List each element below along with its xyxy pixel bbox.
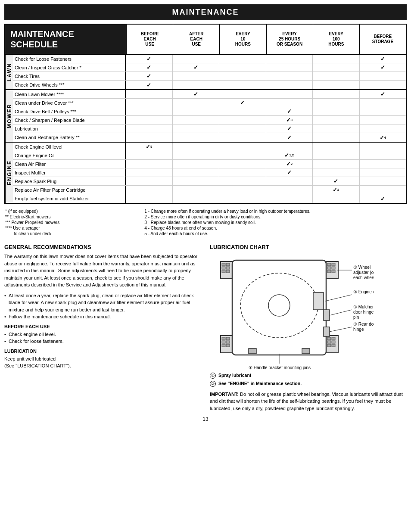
svg-rect-22	[327, 337, 331, 340]
section-mower: MOWER Clean Lawn Mower **** ✓ ✓	[5, 90, 406, 143]
table-row: Change Engine Oil ✓1,2	[13, 151, 406, 160]
page-number: 13	[4, 416, 407, 422]
table-row: Check Drive Wheels *** ✓	[13, 81, 406, 89]
svg-rect-33	[313, 292, 324, 310]
svg-rect-4	[226, 263, 230, 266]
maintenance-schedule-table: MAINTENANCE SCHEDULE BEFOREEACHUSE AFTER…	[4, 24, 407, 204]
table-row: Check / Sharpen / Replace Blade ✓3	[13, 116, 406, 124]
section-label-engine: ENGINE	[5, 143, 13, 203]
table-row: Clean under Drive Cover *** ✓	[13, 99, 406, 107]
cell-every-10	[219, 55, 266, 63]
list-item: Check engine oil level.	[4, 331, 201, 338]
table-row: Check Drive Belt / Pulleys *** ✓	[13, 107, 406, 116]
svg-rect-12	[332, 267, 335, 269]
svg-rect-1	[222, 263, 225, 266]
section-label-lawn: LAWN	[5, 55, 13, 89]
schedule-title: MAINTENANCE SCHEDULE	[5, 25, 126, 54]
svg-rect-31	[249, 348, 256, 354]
list-item: At least once a year, replace the spark …	[4, 292, 201, 314]
table-row: Inspect Muffler ✓	[13, 168, 406, 177]
svg-rect-26	[332, 341, 335, 343]
svg-line-42	[330, 310, 352, 315]
svg-rect-9	[327, 267, 331, 269]
gen-rec-heading: GENERAL RECOMMENDATIONS	[4, 244, 201, 250]
svg-rect-11	[332, 263, 335, 266]
svg-line-46	[330, 327, 352, 332]
section-lawn: LAWN Check for Loose Fasteners ✓ ✓	[5, 55, 406, 90]
svg-text:pin: pin	[353, 315, 359, 320]
lubrication-heading: LUBRICATION	[4, 348, 201, 354]
task-label: Check Drive Wheels ***	[13, 81, 126, 89]
table-row: Clean and Recharge Battery ** ✓ ✓4	[13, 133, 406, 142]
task-label: Clean / Inspect Grass Catcher *	[13, 63, 126, 72]
col-before-storage: BEFORESTORAGE	[360, 25, 406, 54]
lubrication-chart: LUBRICATION CHART	[210, 244, 407, 412]
svg-rect-5	[226, 267, 230, 269]
svg-point-30	[268, 295, 290, 316]
gen-rec-body: The warranty on this lawn mower does not…	[4, 253, 201, 289]
col-every-25-hours: EVERY25 HOURSOR SEASON	[267, 25, 313, 54]
cell-before-storage: ✓	[360, 55, 406, 63]
section-label-mower: MOWER	[5, 90, 13, 142]
list-item: Follow the maintenance schedule in this …	[4, 313, 201, 320]
svg-rect-15	[222, 337, 225, 340]
lub-chart-heading: LUBRICATION CHART	[210, 244, 407, 250]
svg-rect-2	[222, 267, 225, 269]
svg-rect-16	[222, 341, 225, 343]
svg-rect-17	[222, 344, 225, 347]
svg-text:door hinge: door hinge	[353, 310, 374, 314]
svg-rect-13	[332, 270, 335, 273]
svg-text:① Mulcher: ① Mulcher	[353, 305, 374, 309]
col-after-each-use: AFTEREACHUSE	[173, 25, 220, 54]
svg-rect-23	[327, 341, 331, 343]
svg-text:each wheel): each wheel)	[353, 275, 374, 280]
cell-every-25	[266, 55, 313, 63]
before-each-use-list: Check engine oil level. Check for loose …	[4, 331, 201, 345]
table-row: Lubrication ✓	[13, 124, 406, 133]
footnotes-left: * (if so equipped) ** Electric-Start mow…	[5, 209, 136, 237]
svg-rect-27	[332, 344, 335, 347]
svg-text:① Rear door: ① Rear door	[353, 322, 374, 327]
footnotes-right: 1 - Change more often if operating under…	[144, 209, 406, 237]
svg-text:adjuster (on: adjuster (on	[353, 270, 374, 275]
col-before-each-use: BEFOREEACHUSE	[127, 25, 173, 54]
lubrication-body: Keep unit well lubricated(See "LUBRICATI…	[4, 355, 201, 370]
svg-rect-25	[332, 337, 335, 340]
col-every-10-hours: EVERY10HOURS	[220, 25, 266, 54]
footnotes: * (if so equipped) ** Electric-Start mow…	[4, 207, 407, 239]
svg-rect-3	[222, 270, 225, 273]
svg-rect-6	[226, 270, 230, 273]
svg-rect-34	[324, 310, 330, 320]
table-row: Check for Loose Fasteners ✓ ✓	[13, 55, 406, 63]
svg-rect-18	[226, 337, 230, 340]
svg-rect-32	[302, 348, 310, 354]
svg-rect-10	[327, 270, 331, 273]
svg-text:① Handle bracket mounting pins: ① Handle bracket mounting pins	[249, 365, 311, 370]
svg-text:① Wheel: ① Wheel	[353, 265, 371, 270]
list-item: ① Spray lubricant	[210, 372, 407, 379]
general-recommendations: GENERAL RECOMMENDATIONS The warranty on …	[4, 244, 201, 412]
svg-line-40	[325, 295, 352, 301]
list-item: Check for loose fasteners.	[4, 338, 201, 345]
table-row: Check Engine Oil level ✓5	[13, 143, 406, 151]
svg-rect-20	[226, 344, 230, 347]
svg-text:hinge: hinge	[353, 327, 364, 332]
svg-text:② Engine oil: ② Engine oil	[353, 289, 374, 294]
task-label: Check for Loose Fasteners	[13, 55, 126, 63]
svg-rect-8	[327, 263, 331, 266]
list-item: ② See "ENGINE" in Maintenance section.	[210, 380, 407, 387]
before-each-use-heading: BEFORE EACH USE	[4, 324, 201, 329]
lubrication-diagram: ① Wheel adjuster (on each wheel) ② Engin…	[210, 254, 374, 370]
task-label: Check Tires	[13, 72, 126, 80]
bottom-section: GENERAL RECOMMENDATIONS The warranty on …	[4, 244, 407, 412]
table-row: Check Tires ✓	[13, 72, 406, 81]
cell-after-each-use	[173, 55, 220, 63]
table-row: Clean / Inspect Grass Catcher * ✓ ✓ ✓	[13, 63, 406, 72]
table-row: Clean Air Filter ✓2	[13, 160, 406, 168]
col-every-100-hours: EVERY100HOURS	[313, 25, 360, 54]
table-row: Empty fuel system or add Stabilizer ✓	[13, 194, 406, 203]
table-row: Replace Spark Plug ✓	[13, 177, 406, 186]
table-row: Clean Lawn Mower **** ✓ ✓	[13, 90, 406, 99]
svg-rect-35	[324, 327, 330, 336]
page-title: MAINTENANCE	[4, 4, 407, 20]
